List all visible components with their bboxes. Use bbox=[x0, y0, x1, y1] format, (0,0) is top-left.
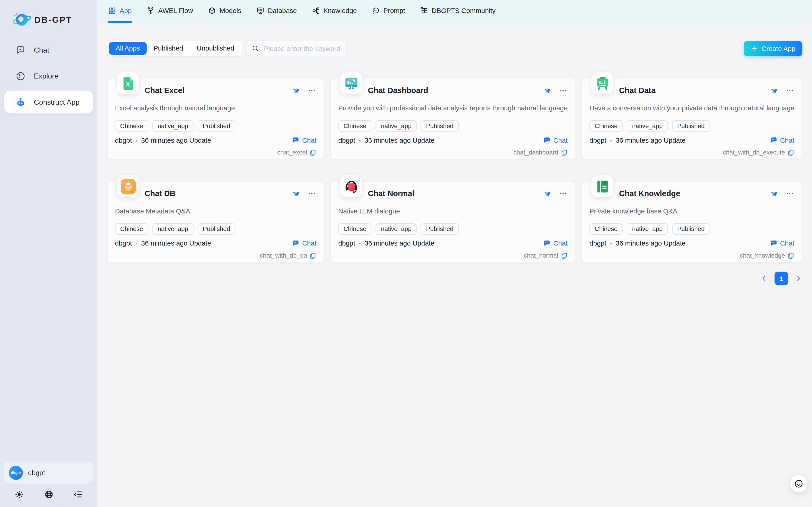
collapse-icon[interactable] bbox=[73, 490, 82, 499]
card-divider bbox=[115, 248, 316, 248]
tag-chinese: Chinese bbox=[115, 120, 148, 131]
dingtalk-share-icon[interactable] bbox=[769, 86, 778, 95]
feedback-smiley-button[interactable] bbox=[790, 475, 807, 492]
app-card[interactable]: Chat Normal Native LLM dialogue Chinesen… bbox=[330, 181, 575, 263]
tag-chinese: Chinese bbox=[589, 223, 623, 235]
chat-button[interactable]: Chat bbox=[292, 239, 317, 247]
copy-icon[interactable] bbox=[561, 252, 568, 259]
meta-separator: • bbox=[359, 137, 361, 144]
avatar: dbgpt bbox=[9, 465, 23, 480]
filter-all-apps[interactable]: All Apps bbox=[109, 42, 147, 55]
chat-button[interactable]: Chat bbox=[292, 136, 317, 144]
app-card[interactable]: Chat Knowledge Private knowledge base Q&… bbox=[581, 181, 802, 263]
search-input[interactable] bbox=[263, 44, 341, 53]
more-menu-icon[interactable] bbox=[786, 189, 794, 198]
tag-chinese: Chinese bbox=[338, 223, 371, 235]
app-title: Chat Normal bbox=[368, 189, 415, 198]
dingtalk-share-icon[interactable] bbox=[291, 189, 300, 198]
chat-button[interactable]: Chat bbox=[543, 136, 568, 144]
chat-bubble-filled-icon bbox=[770, 136, 777, 144]
app-title: Chat Dashboard bbox=[368, 86, 428, 95]
tab-knowledge[interactable]: Knowledge bbox=[311, 0, 357, 23]
app-description: Native LLM dialogue bbox=[338, 207, 567, 216]
more-menu-icon[interactable] bbox=[559, 189, 568, 198]
dingtalk-share-icon[interactable] bbox=[543, 86, 552, 95]
scene-name: chat_normal bbox=[524, 252, 558, 259]
filter-published[interactable]: Published bbox=[147, 42, 190, 55]
copy-icon[interactable] bbox=[310, 252, 316, 259]
app-updated: 36 minutes ago Update bbox=[616, 239, 686, 247]
copy-icon[interactable] bbox=[561, 149, 568, 156]
create-app-button[interactable]: Create App bbox=[744, 41, 802, 56]
app-card[interactable]: Chat Data Have a conversation with your … bbox=[581, 78, 802, 160]
more-menu-icon[interactable] bbox=[786, 86, 794, 95]
chat-bubble-filled-icon bbox=[543, 136, 551, 144]
tag-native_app: native_app bbox=[627, 120, 668, 131]
app-description: Excel analysis through natural language bbox=[115, 104, 316, 112]
card-divider bbox=[338, 248, 567, 248]
chat-button[interactable]: Chat bbox=[770, 239, 795, 247]
app-tags: Chinesenative_appPublished bbox=[589, 120, 794, 131]
copy-icon[interactable] bbox=[788, 252, 795, 259]
card-divider bbox=[589, 145, 794, 145]
sidebar-item-chat[interactable]: Chat bbox=[4, 39, 93, 61]
app-tags: Chinesenative_appPublished bbox=[338, 120, 567, 131]
nodes-icon bbox=[312, 7, 320, 14]
app-card[interactable]: X Chat Excel Excel analysis through natu… bbox=[107, 78, 324, 160]
tag-published: Published bbox=[421, 120, 458, 131]
chat-bubble-icon bbox=[16, 45, 25, 55]
tab-dbgpts-community[interactable]: DBGPTS Community bbox=[420, 0, 496, 23]
tab-app[interactable]: App bbox=[108, 0, 132, 23]
copy-icon[interactable] bbox=[788, 149, 795, 156]
chat-button-label: Chat bbox=[780, 239, 794, 247]
svg-text:X: X bbox=[126, 80, 130, 88]
tab-awel-flow[interactable]: AWEL Flow bbox=[146, 0, 194, 23]
copy-icon[interactable] bbox=[310, 149, 316, 156]
more-menu-icon[interactable] bbox=[559, 86, 568, 95]
user-name: dbgpt bbox=[28, 468, 45, 476]
sidebar-item-explore[interactable]: Explore bbox=[4, 65, 93, 88]
app-updated: 36 minutes ago Update bbox=[141, 239, 211, 247]
sidebar-item-construct-app[interactable]: Construct App bbox=[4, 91, 93, 114]
chat-button[interactable]: Chat bbox=[770, 136, 795, 144]
more-menu-icon[interactable] bbox=[308, 86, 316, 95]
db-gpt-logo[interactable]: DB-GPT bbox=[11, 11, 97, 28]
prev-page-button[interactable] bbox=[761, 275, 768, 282]
app-tags: Chinesenative_appPublished bbox=[115, 223, 316, 235]
chat-button-label: Chat bbox=[553, 136, 568, 144]
search-icon bbox=[252, 45, 259, 52]
app-grid: X Chat Excel Excel analysis through natu… bbox=[107, 78, 802, 263]
tab-database[interactable]: SQLDatabase bbox=[256, 0, 297, 23]
chat-button[interactable]: Chat bbox=[543, 239, 568, 247]
chat-bubble-filled-icon bbox=[292, 239, 300, 247]
tab-models[interactable]: Models bbox=[208, 0, 242, 23]
meta-separator: • bbox=[136, 137, 138, 144]
dingtalk-share-icon[interactable] bbox=[769, 189, 778, 198]
tab-label: Models bbox=[220, 7, 241, 14]
app-author: dbgpt bbox=[115, 136, 132, 144]
dingtalk-share-icon[interactable] bbox=[291, 86, 300, 95]
app-title: Chat Data bbox=[619, 86, 655, 95]
app-author: dbgpt bbox=[338, 136, 355, 144]
community-icon bbox=[420, 7, 428, 14]
headset-app-icon bbox=[344, 179, 359, 194]
app-updated: 36 minutes ago Update bbox=[365, 136, 434, 144]
app-card[interactable]: Chat DB Database Metadata Q&A Chinesenat… bbox=[107, 181, 324, 263]
prompt-icon bbox=[372, 7, 380, 14]
dingtalk-share-icon[interactable] bbox=[543, 189, 552, 198]
filter-unpublished[interactable]: Unpublished bbox=[190, 42, 241, 55]
tab-prompt[interactable]: Prompt bbox=[371, 0, 406, 23]
page-1-button[interactable]: 1 bbox=[774, 272, 788, 285]
app-card[interactable]: Chat Dashboard Provide you with professi… bbox=[330, 78, 575, 160]
sun-icon[interactable] bbox=[14, 490, 24, 499]
sidebar-item-label: Explore bbox=[34, 72, 59, 80]
search-box[interactable] bbox=[246, 41, 347, 56]
chat-button-label: Chat bbox=[780, 136, 794, 144]
next-page-button[interactable] bbox=[795, 275, 802, 282]
app-description: Have a conversation with your private da… bbox=[589, 104, 794, 112]
user-chip[interactable]: dbgpt dbgpt bbox=[4, 462, 93, 484]
tag-native_app: native_app bbox=[152, 120, 193, 131]
tag-chinese: Chinese bbox=[338, 120, 371, 131]
more-menu-icon[interactable] bbox=[308, 189, 316, 198]
globe-icon[interactable] bbox=[44, 490, 53, 499]
